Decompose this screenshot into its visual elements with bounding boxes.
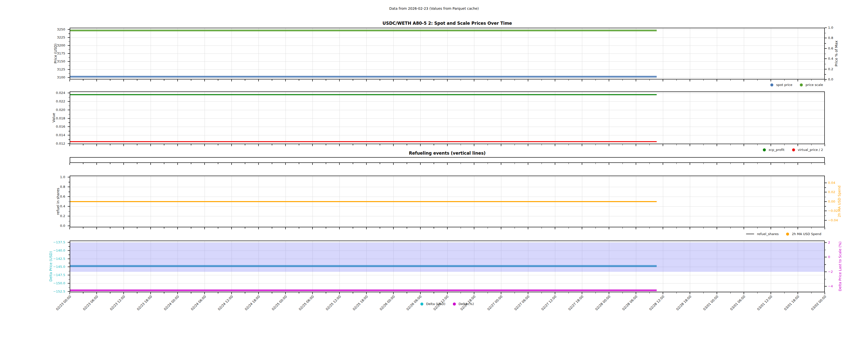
x-tick-mark: [501, 292, 501, 294]
x-tick-mark: [69, 80, 70, 82]
legend-item-virtual-price-2: virtual_price / 2: [792, 148, 823, 152]
x-minor-tick-mark: [218, 163, 218, 164]
x-tick-mark: [690, 80, 690, 82]
x-tick-mark: [690, 292, 690, 294]
x-minor-tick-mark: [649, 144, 650, 146]
x-minor-tick-mark: [568, 80, 569, 81]
x-tick-mark: [231, 227, 232, 229]
legend-1: spot priceprice scale: [770, 83, 823, 87]
x-minor-tick-mark: [541, 163, 542, 164]
legend-dot-marker-icon: [770, 84, 773, 87]
x-minor-tick-mark: [353, 163, 353, 164]
x-tick-mark: [150, 144, 151, 146]
x-minor-tick-mark: [488, 292, 488, 293]
y2-axis-label: Price % of Max: [834, 16, 838, 91]
y-tick-mark: [68, 45, 70, 46]
x-tick-mark: [366, 80, 367, 82]
x-minor-tick-mark: [595, 144, 596, 146]
legend-item-2h-ma-usd-spend: 2h MA USD Spend: [786, 232, 821, 236]
x-tick-label: 02/27 00:00: [487, 294, 503, 311]
x-minor-tick-mark: [676, 163, 677, 164]
x-minor-tick-mark: [515, 144, 515, 146]
y-tick-mark: [68, 69, 70, 70]
x-tick-mark: [663, 80, 663, 82]
x-minor-tick-mark: [461, 227, 461, 228]
x-tick-mark: [96, 144, 97, 146]
x-tick-mark: [96, 163, 97, 165]
x-minor-tick-mark: [83, 80, 84, 81]
legend-dot-marker-icon: [786, 232, 789, 236]
legend-label: xcp_profit: [769, 148, 784, 152]
x-minor-tick-mark: [326, 292, 326, 293]
x-minor-tick-mark: [299, 227, 299, 228]
x-minor-tick-mark: [811, 292, 812, 293]
y2-minor-tick-mark: [825, 64, 826, 64]
x-minor-tick-mark: [784, 144, 785, 146]
y2-tick-mark: [825, 272, 827, 272]
y-minor-tick-mark: [68, 139, 70, 140]
x-tick-mark: [636, 227, 636, 229]
y-tick-label: 0.0: [39, 224, 65, 228]
x-minor-tick-mark: [299, 80, 299, 81]
x-tick-mark: [339, 227, 340, 229]
legend-label: 2h MA USD Spend: [792, 232, 821, 236]
x-tick-mark: [312, 227, 313, 229]
x-tick-mark: [420, 144, 421, 146]
y2-minor-tick-mark: [825, 33, 826, 33]
y2-tick-mark: [825, 28, 827, 28]
x-tick-mark: [231, 292, 232, 294]
y2-tick-label: 0.0: [828, 77, 850, 82]
x-tick-label: 02/26 06:00: [406, 294, 423, 311]
x-minor-tick-mark: [595, 163, 596, 164]
y-minor-tick-mark: [68, 192, 70, 192]
x-tick-mark: [528, 163, 528, 165]
y-tick-label: 3125: [39, 67, 65, 71]
x-tick-mark: [447, 292, 447, 294]
x-minor-tick-mark: [380, 80, 380, 81]
y2-tick-mark: [825, 79, 827, 80]
x-minor-tick-mark: [541, 144, 542, 146]
x-minor-tick-mark: [326, 144, 326, 146]
x-minor-tick-mark: [110, 80, 111, 81]
y2-tick-mark: [825, 183, 827, 183]
x-tick-mark: [501, 80, 501, 82]
legend-item-refuel-shares: refuel_shares: [746, 232, 779, 236]
legend-dot-marker-icon: [421, 303, 423, 306]
x-tick-mark: [609, 227, 609, 229]
x-tick-mark: [177, 292, 178, 294]
x-tick-mark: [204, 163, 205, 165]
x-tick-mark: [798, 227, 798, 229]
y-minor-tick-mark: [68, 33, 70, 34]
x-tick-mark: [771, 144, 771, 146]
x-minor-tick-mark: [541, 80, 542, 81]
legend-item-price-scale: price scale: [800, 83, 823, 87]
y-minor-tick-mark: [68, 58, 70, 58]
x-tick-mark: [177, 80, 178, 82]
legend-4: refuel_shares2h MA USD Spend: [746, 232, 821, 236]
x-tick-mark: [663, 144, 663, 146]
x-tick-mark: [582, 80, 582, 82]
y-minor-tick-mark: [68, 106, 70, 106]
x-minor-tick-mark: [541, 227, 542, 228]
legend-dot-marker-icon: [453, 303, 456, 306]
y2-tick-label: 1.0: [828, 26, 850, 30]
x-minor-tick-mark: [191, 163, 191, 164]
x-tick-mark: [771, 292, 771, 294]
x-tick-label: 02/28 00:00: [594, 294, 611, 311]
x-tick-mark: [123, 144, 124, 146]
legend-5: Delta (USD)Delta (%): [421, 302, 474, 306]
x-tick-mark: [366, 227, 367, 229]
figure-suptitle: Data from 2026-02-23 (Values from Parque…: [0, 6, 868, 10]
x-tick-mark: [366, 292, 367, 294]
x-tick-mark: [96, 80, 97, 82]
x-tick-mark: [609, 292, 609, 294]
x-minor-tick-mark: [649, 163, 650, 164]
x-tick-mark: [231, 144, 232, 146]
x-minor-tick-mark: [595, 227, 596, 228]
y-tick-label: 3250: [39, 28, 65, 31]
y2-tick-mark: [825, 220, 827, 221]
x-tick-mark: [798, 163, 798, 165]
x-minor-tick-mark: [434, 144, 434, 146]
x-tick-mark: [663, 292, 663, 294]
x-minor-tick-mark: [110, 227, 111, 228]
